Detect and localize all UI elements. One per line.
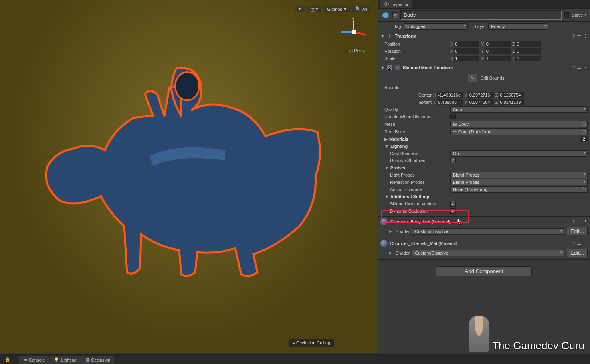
inspector-panel: ⓘInspector ⋮ ✓ Static ▾ Tag Untagged Lay… <box>378 0 590 353</box>
preset-icon[interactable]: ⇄ <box>577 34 581 39</box>
bottom-tabs: 🔒 ⋮ ▭Console 💡Lighting ▦Occlusion <box>0 354 590 364</box>
preset-icon[interactable]: ⇄ <box>577 241 581 246</box>
position-label: Position <box>384 42 449 46</box>
materials-label: Materials <box>389 137 408 141</box>
help-icon[interactable]: ? <box>572 219 575 225</box>
transform-icon <box>387 33 392 39</box>
svg-point-0 <box>175 72 199 100</box>
tag-dropdown[interactable]: Untagged <box>404 23 468 30</box>
transform-component: ▼ Transform ?⇄⋮ Position XYZ Rotation XY… <box>378 32 590 64</box>
transform-foldout[interactable]: ▼ <box>380 34 384 38</box>
gameobject-name-field[interactable] <box>400 10 562 20</box>
reflection-probes-dropdown[interactable]: Blend Probes <box>450 179 588 185</box>
rotation-x-field[interactable] <box>454 48 479 54</box>
quality-dropdown[interactable]: Auto <box>450 106 588 113</box>
preset-icon[interactable]: ⇄ <box>577 65 581 70</box>
layer-dropdown[interactable]: Enemy <box>488 23 548 30</box>
tools-icon[interactable]: ✦ <box>295 6 305 12</box>
material-preview-icon <box>380 218 388 225</box>
update-offscreen-checkbox[interactable] <box>450 114 456 119</box>
object-picker-icon[interactable] <box>582 130 586 134</box>
light-icon: 💡 <box>54 357 59 362</box>
rotation-z-field[interactable] <box>515 48 541 54</box>
menu-icon[interactable]: ⋮ <box>583 219 588 225</box>
gizmos-dropdown[interactable]: Gizmos ▾ <box>324 6 349 12</box>
projection-label[interactable]: ◁ Persp <box>349 48 366 54</box>
lighting-label: Lighting <box>390 144 408 149</box>
additional-settings-label: Additional Settings <box>390 194 430 199</box>
gameobject-icon[interactable] <box>381 11 390 20</box>
mesh-field[interactable]: ▦Body <box>450 121 588 127</box>
rotation-y-field[interactable] <box>485 48 511 54</box>
material-preview-icon <box>380 240 388 247</box>
center-x-field[interactable] <box>437 92 463 98</box>
inspector-tab[interactable]: ⓘInspector <box>380 0 412 8</box>
shader-edit-button[interactable]: Edit... <box>567 227 588 235</box>
materials-foldout[interactable]: ▶ <box>384 137 388 142</box>
rotation-label: Rotation <box>384 49 449 54</box>
lighting-tab[interactable]: 💡Lighting <box>50 356 81 364</box>
static-label: Static <box>572 13 583 18</box>
scale-y-field[interactable] <box>485 56 511 61</box>
shader-edit-button[interactable]: Edit... <box>567 249 588 257</box>
object-picker-icon[interactable] <box>582 187 586 191</box>
material-foldout[interactable]: ▶ <box>388 229 393 234</box>
position-y-field[interactable] <box>485 41 511 47</box>
lock-icon[interactable]: 🔒 ⋮ <box>2 357 18 362</box>
position-x-field[interactable] <box>454 41 479 47</box>
menu-icon[interactable]: ⋮ <box>583 241 588 246</box>
shader-dropdown[interactable]: Custom/Dissolve <box>412 228 564 235</box>
position-z-field[interactable] <box>515 41 541 47</box>
preset-icon[interactable]: ⇄ <box>577 219 581 225</box>
scene-view[interactable]: ⋮ ✦ 📷▾ Gizmos ▾ 🔍 All y z ◁ Persp ▸ Occl… <box>0 0 378 353</box>
center-z-field[interactable] <box>499 92 524 98</box>
anchor-override-field[interactable]: None (Transform) <box>450 186 588 193</box>
scene-toolbar: ✦ 📷▾ Gizmos ▾ 🔍 All <box>295 6 370 12</box>
receive-shadows-checkbox[interactable]: ✓ <box>450 158 456 163</box>
scale-x-field[interactable] <box>454 56 479 61</box>
menu-icon[interactable]: ⋮ <box>583 34 588 39</box>
extent-y-field[interactable] <box>468 99 494 105</box>
smr-foldout[interactable]: ▼ <box>380 65 384 70</box>
guru-figure-icon <box>469 316 489 352</box>
bounds-label: Bounds <box>384 85 449 90</box>
static-dropdown-icon[interactable]: ▾ <box>584 12 587 18</box>
scale-z-field[interactable] <box>515 56 541 61</box>
add-component-button[interactable]: Add Component <box>436 266 531 276</box>
orientation-gizmo[interactable]: y z <box>341 20 366 44</box>
lighting-foldout[interactable]: ▼ <box>384 144 389 149</box>
camera-icon[interactable]: 📷▾ <box>307 6 321 12</box>
cast-shadows-dropdown[interactable]: On <box>450 150 588 157</box>
scene-window-menu-icon[interactable]: ⋮ <box>371 0 375 5</box>
extent-z-field[interactable] <box>499 99 524 105</box>
probes-foldout[interactable]: ▼ <box>384 165 389 170</box>
cast-shadows-label: Cast Shadows <box>384 151 449 156</box>
material-foldout[interactable]: ▶ <box>388 250 393 255</box>
help-icon[interactable]: ? <box>572 241 575 246</box>
help-icon[interactable]: ? <box>572 65 575 70</box>
static-checkbox[interactable] <box>564 12 570 18</box>
skinned-motion-vectors-checkbox[interactable]: ✓ <box>450 201 456 207</box>
extent-label: Extent <box>384 100 432 105</box>
occlusion-culling-overlay[interactable]: ▸ Occlusion Culling <box>289 339 334 347</box>
root-bone-field[interactable]: ✛Core (Transform) <box>450 128 588 135</box>
occlusion-tab[interactable]: ▦Occlusion <box>81 356 114 364</box>
panel-menu-icon[interactable]: ⋮ <box>581 0 588 8</box>
console-tab[interactable]: ▭Console <box>19 356 49 364</box>
menu-icon[interactable]: ⋮ <box>583 65 588 70</box>
center-y-field[interactable] <box>468 92 494 98</box>
material-internals-section: Chomper_Internals_Mat (Material) ?⇄⋮ ▶ S… <box>378 238 590 260</box>
search-all[interactable]: 🔍 All <box>352 6 370 12</box>
watermark: The Gamedev Guru <box>469 316 584 352</box>
object-picker-icon[interactable] <box>582 122 586 126</box>
edit-bounds-button[interactable]: ✎ <box>468 74 477 82</box>
light-probes-label: Light Probes <box>384 173 449 177</box>
dynamic-occlusion-checkbox[interactable]: ✓ <box>450 208 456 214</box>
shader-dropdown[interactable]: Custom/Dissolve <box>412 250 564 256</box>
help-icon[interactable]: ? <box>572 34 575 39</box>
smr-enabled-checkbox[interactable]: ✓ <box>395 65 400 70</box>
gameobject-enabled-checkbox[interactable]: ✓ <box>392 12 398 18</box>
additional-foldout[interactable]: ▼ <box>384 194 389 199</box>
extent-x-field[interactable] <box>437 99 463 105</box>
light-probes-dropdown[interactable]: Blend Probes <box>450 172 588 178</box>
